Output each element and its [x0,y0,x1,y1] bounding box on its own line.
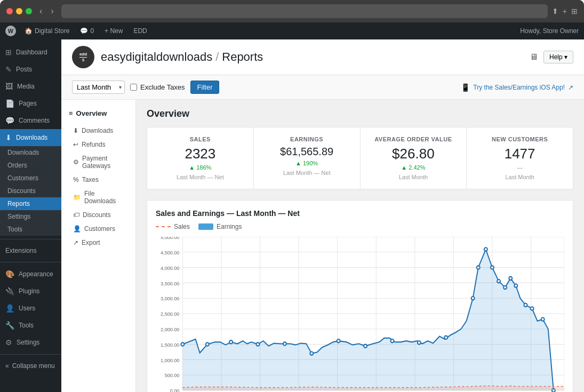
sidebar-item-settings[interactable]: ⚙ Settings [0,334,61,351]
earnings-pct: 190% [303,160,318,166]
sidebar-item-users[interactable]: 👤 Users [0,300,61,317]
title-section: Reports [222,50,263,64]
sales-value: 2323 [156,146,245,162]
sidebar-item-dashboard[interactable]: ⊞ Dashboard [0,44,61,61]
earnings-point [514,284,517,287]
appearance-icon: 🎨 [5,270,14,278]
back-button[interactable]: ‹ [36,5,45,17]
earnings-label: EARNINGS [262,136,351,142]
grid-icon[interactable]: ⊞ [571,7,578,15]
new-content-button[interactable]: + New [102,27,125,35]
sidebar-subitem-downloads[interactable]: Downloads [0,146,61,159]
browser-actions: ⬆ + ⊞ [552,7,578,15]
earnings-point [256,342,259,346]
nav-customers-icon: 👤 [73,225,81,233]
earnings-area [182,249,553,390]
earnings-point [181,342,184,346]
sidebar-label-dashboard: Dashboard [16,49,47,56]
reports-nav-refunds[interactable]: ↩ Refunds [61,138,135,151]
svg-text:2,500.00: 2,500.00 [161,311,179,317]
reports-nav-discounts[interactable]: 🏷 Discounts [61,208,135,222]
sidebar-subitem-customers[interactable]: Customers [0,172,61,185]
filter-button[interactable]: Filter [190,81,220,94]
sidebar-item-tools[interactable]: 🔧 Tools [0,317,61,334]
sidebar-item-posts[interactable]: ✎ Posts [0,61,61,78]
settings-icon: ⚙ [5,338,12,347]
url-bar[interactable] [61,4,548,18]
sidebar-subitem-settings[interactable]: Settings [0,210,61,223]
earnings-point [541,317,545,321]
sidebar-subitem-orders[interactable]: Orders [0,159,61,172]
earnings-point [471,297,475,300]
phone-icon: 📱 [461,83,470,92]
sidebar-item-extensions[interactable]: Extensions [0,243,61,259]
sidebar-item-media[interactable]: 🖼 Media [0,78,61,95]
sidebar-label-pages: Pages [19,100,37,107]
subitem-settings-label: Settings [7,213,30,220]
stat-card-sales: SALES 2323 ▲ 186% Last Month — Net [147,127,253,189]
sidebar-item-pages[interactable]: 📄 Pages [0,95,61,112]
period-select[interactable]: Last Month This Month Last Year [72,81,125,94]
help-button[interactable]: Help ▾ [543,51,573,63]
reports-nav-payment-gateways[interactable]: ⚙ Payment Gateways [61,151,135,173]
legend-earnings-box [198,223,213,230]
sidebar-label-comments: Comments [19,117,50,124]
minimize-dot[interactable] [16,8,22,14]
aov-label: AVERAGE ORDER VALUE [369,136,458,142]
chart-title: Sales and Earnings — Last Month — Net [156,209,564,218]
help-label: Help ▾ [549,53,567,61]
page-title: easydigitaldownloads / Reports [101,50,263,64]
sidebar-label-appearance: Appearance [19,270,53,278]
nav-refunds-icon: ↩ [73,141,78,148]
close-dot[interactable] [6,8,13,14]
plugins-icon: 🔌 [5,287,14,295]
external-link-icon: ↗ [568,84,573,91]
sidebar-subitem-reports[interactable]: Reports [0,197,61,210]
reports-nav-downloads[interactable]: ⬇ Downloads [61,124,135,138]
house-icon: 🏠 [25,27,33,35]
aov-value: $26.80 [369,146,458,162]
ios-app-link[interactable]: 📱 Try the Sales/Earnings iOS App! ↗ [461,83,573,92]
collapse-icon: « [5,362,9,370]
downloads-submenu: Downloads Orders Customers Discounts Rep… [0,146,61,236]
maximize-dot[interactable] [26,8,32,14]
exclude-taxes-checkbox[interactable] [130,84,137,91]
reports-nav-overview: ≡ Overview [61,105,135,122]
forward-button[interactable]: › [47,5,57,17]
aov-arrow: ▲ [401,164,407,171]
reports-nav-taxes[interactable]: % Taxes [61,173,135,187]
sidebar-subitem-discounts[interactable]: Discounts [0,185,61,197]
wp-logo[interactable]: W [5,26,16,36]
sidebar-divider-3 [0,354,61,355]
legend-earnings-label: Earnings [217,223,242,230]
comments-icon: 💬 [80,27,88,35]
svg-text:1,500.00: 1,500.00 [161,342,179,348]
nav-customers-label: Customers [84,225,115,233]
sales-change: ▲ 186% [156,164,245,171]
chart-container: 5,000.00 4,500.00 4,000.00 3,500.00 3,00… [156,237,564,392]
comments-count: 0 [90,27,94,35]
share-icon[interactable]: ⬆ [552,7,558,15]
sidebar-item-downloads[interactable]: ⬇ Downloads [0,129,61,146]
sidebar-label-plugins: Plugins [19,287,39,295]
sidebar-item-comments[interactable]: 💬 Comments [0,112,61,129]
earnings-point [477,266,480,269]
sales-footer: Last Month — Net [156,174,245,180]
sidebar-item-appearance[interactable]: 🎨 Appearance [0,266,61,283]
reports-nav-export[interactable]: ↗ Export [61,236,135,250]
reports-nav-file-downloads[interactable]: 📁 File Downloads [61,187,135,208]
sidebar-subitem-tools[interactable]: Tools [0,223,61,236]
collapse-menu-button[interactable]: « Collapse menu [0,358,61,374]
site-name[interactable]: 🏠 Digital Store [22,27,71,35]
nav-taxes-icon: % [73,176,79,183]
sidebar-item-plugins[interactable]: 🔌 Plugins [0,283,61,300]
ios-link-text: Try the Sales/Earnings iOS App! [473,84,565,91]
new-tab-icon[interactable]: + [563,7,567,15]
reports-nav-customers[interactable]: 👤 Customers [61,222,135,236]
comments-item[interactable]: 💬 0 [78,27,96,35]
sidebar-menu: ⊞ Dashboard ✎ Posts 🖼 Media 📄 Pages 💬 [0,39,61,374]
edd-toolbar-item[interactable]: EDD [131,27,149,35]
overview-nav-header[interactable]: ≡ Overview [61,105,135,122]
comments-sidebar-icon: 💬 [5,116,14,125]
legend-sales-label: Sales [174,223,190,230]
